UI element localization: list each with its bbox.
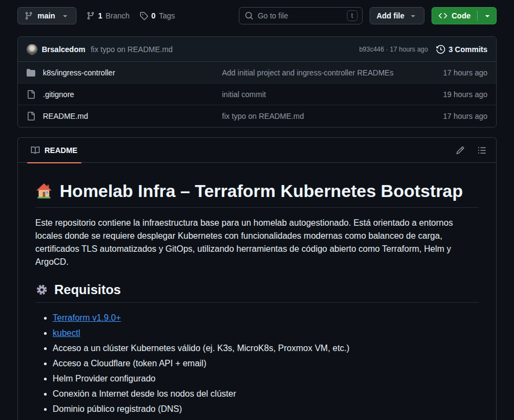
chevron-down-icon: [409, 11, 417, 20]
commit-message-link[interactable]: Add initial project and ingress-controll…: [222, 68, 394, 77]
commit-sha-time[interactable]: b93c446 · 17 hours ago: [359, 46, 428, 53]
tab-readme[interactable]: README: [26, 138, 83, 163]
list-item: kubectl: [53, 327, 479, 340]
file-commit-time: 17 hours ago: [428, 68, 487, 77]
author-avatar[interactable]: [27, 44, 37, 55]
file-link[interactable]: .gitignore: [43, 90, 74, 99]
requirements-heading-text: Requisitos: [54, 282, 121, 298]
list-item: Acceso a Cloudflare (token API + email): [53, 357, 479, 370]
go-to-file-search[interactable]: t: [239, 7, 363, 24]
code-label: Code: [452, 11, 471, 20]
toolbar-right: t Add file Code: [239, 7, 497, 24]
folder-icon: [27, 68, 35, 77]
chevron-down-icon: [61, 11, 69, 20]
file-link[interactable]: k8s/ingress-controller: [43, 68, 115, 77]
readme-content: Homelab Infra – Terraform Kubernetes Boo…: [18, 163, 496, 420]
list-item: Dominio público registrado (DNS): [53, 403, 479, 416]
requirements-list: Terraform v1.9.0+ kubectl Acceso a un cl…: [35, 311, 479, 416]
list-item: Terraform v1.9.0+: [53, 311, 479, 324]
readme-actions: [452, 142, 491, 159]
code-button[interactable]: Code: [431, 7, 497, 24]
latest-commit-bar: Brsalcedom fix typo on README.md b93c446…: [18, 37, 496, 62]
list-unordered-icon: [478, 146, 486, 155]
keyboard-shortcut-badge: t: [347, 10, 358, 21]
history-icon: [436, 45, 445, 54]
commit-history-link[interactable]: 3 Commits: [436, 45, 487, 54]
repo-page: main 1 Branch 0 Tags: [0, 7, 514, 420]
readme-title-text: Homelab Infra – Terraform Kubernetes Boo…: [60, 180, 463, 202]
kubectl-link[interactable]: kubectl: [53, 328, 80, 338]
commit-bar-right: b93c446 · 17 hours ago 3 Commits: [359, 45, 487, 54]
list-item: Helm Provider configurado: [53, 372, 479, 385]
tags-link[interactable]: 0 Tags: [139, 11, 175, 20]
file-name-cell: README.md: [27, 112, 222, 120]
readme-tab-label: README: [45, 146, 78, 155]
tag-count: 0: [151, 11, 156, 20]
edit-readme-button[interactable]: [452, 142, 469, 159]
gear-emoji-icon: [35, 283, 48, 296]
outline-button[interactable]: [473, 142, 491, 159]
tag-count-label: Tags: [159, 11, 175, 20]
add-file-button[interactable]: Add file: [370, 7, 424, 24]
file-link[interactable]: README.md: [43, 112, 88, 120]
readme-header: README: [18, 138, 496, 163]
search-input[interactable]: [258, 11, 342, 20]
pencil-icon: [456, 146, 465, 155]
commit-count: 3 Commits: [448, 45, 487, 54]
commit-message-link[interactable]: fix typo on README.md: [222, 112, 304, 120]
git-branch-icon: [86, 11, 95, 20]
readme-intro-paragraph: Este repositorio contiene la infraestruc…: [35, 217, 479, 269]
files-panel: Brsalcedom fix typo on README.md b93c446…: [17, 36, 497, 128]
search-icon: [245, 11, 253, 20]
commit-message[interactable]: fix typo on README.md: [91, 45, 173, 54]
file-icon: [27, 90, 35, 99]
list-item: Conexión a Internet desde los nodos del …: [53, 387, 479, 400]
branch-name: main: [37, 11, 55, 20]
file-commit-message: initial commit: [222, 90, 428, 99]
toolbar-left: main 1 Branch 0 Tags: [17, 7, 175, 24]
book-icon: [31, 146, 40, 155]
file-name-cell: .gitignore: [27, 90, 222, 99]
commit-message-link[interactable]: initial commit: [222, 90, 266, 99]
file-name-cell: k8s/ingress-controller: [27, 68, 222, 77]
terraform-link[interactable]: Terraform v1.9.0+: [53, 313, 121, 322]
requirements-heading: Requisitos: [35, 282, 479, 303]
list-item: Acceso a un clúster Kubernetes válido (e…: [53, 342, 479, 355]
commit-author[interactable]: Brsalcedom: [42, 45, 85, 54]
readme-panel: README: [17, 137, 497, 420]
house-emoji-icon: [35, 182, 53, 200]
branches-link[interactable]: 1 Branch: [86, 11, 130, 20]
chevron-down-icon: [483, 11, 492, 20]
tag-icon: [139, 11, 148, 20]
code-icon: [439, 11, 447, 20]
table-row[interactable]: .gitignore initial commit 19 hours ago: [18, 84, 496, 105]
file-commit-time: 19 hours ago: [428, 90, 487, 99]
branch-count-label: Branch: [105, 11, 129, 20]
git-branch-icon: [24, 11, 33, 20]
file-commit-message: fix typo on README.md: [222, 112, 428, 120]
table-row[interactable]: README.md fix typo on README.md 17 hours…: [18, 105, 496, 127]
branch-count: 1: [98, 11, 103, 20]
button-divider: [477, 11, 478, 21]
file-commit-message: Add initial project and ingress-controll…: [222, 68, 428, 77]
table-row[interactable]: k8s/ingress-controller Add initial proje…: [18, 62, 496, 84]
file-icon: [27, 112, 35, 120]
add-file-label: Add file: [377, 11, 404, 20]
file-commit-time: 17 hours ago: [428, 112, 487, 120]
branch-selector-button[interactable]: main: [17, 7, 77, 24]
repo-toolbar: main 1 Branch 0 Tags: [17, 7, 497, 24]
readme-title: Homelab Infra – Terraform Kubernetes Boo…: [35, 180, 479, 208]
